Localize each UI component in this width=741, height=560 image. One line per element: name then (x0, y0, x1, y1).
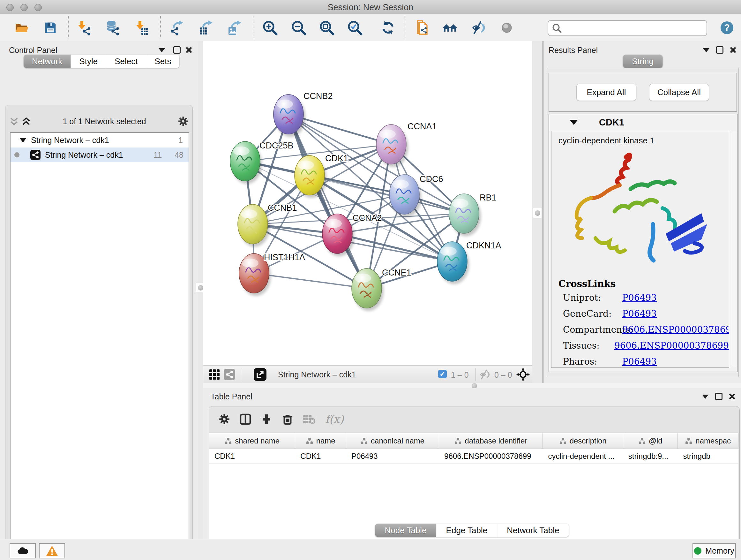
open-session-button[interactable] (13, 19, 30, 36)
results-panel-menu-button[interactable] (703, 48, 710, 52)
crosslink-link[interactable]: 9606.ENSP00000378699 (622, 324, 729, 335)
network-node-CDKN1A[interactable] (437, 242, 469, 284)
network-node-CCNA2[interactable] (322, 214, 354, 256)
column-header-description[interactable]: description (543, 433, 623, 449)
warning-icon (46, 545, 58, 557)
birdseye-grid-icon[interactable] (209, 369, 220, 380)
expand-all-button[interactable]: Expand All (576, 84, 636, 101)
table-cell[interactable]: stringdb (678, 449, 738, 463)
table-cell[interactable]: cyclin-dependent ... (543, 449, 623, 463)
column-header-name[interactable]: name (295, 433, 346, 449)
show-graphics-details-button[interactable] (442, 19, 458, 36)
network-node-CDK1[interactable] (294, 155, 327, 198)
show-columns-icon[interactable] (240, 414, 251, 425)
protein-collapse-arrow[interactable] (569, 120, 578, 125)
import-network-from-file-button[interactable] (75, 19, 92, 36)
help-button[interactable]: ? (719, 19, 735, 36)
control-panel-menu-button[interactable] (158, 48, 165, 52)
control-panel-title: Control Panel (9, 46, 57, 55)
column-header-shared-name[interactable]: shared name (209, 433, 295, 449)
table-cell[interactable]: CDK1 (295, 449, 346, 463)
zoom-selected-button[interactable] (347, 19, 363, 36)
table-row[interactable]: CDK1CDK1P064939606.ENSP00000378699cyclin… (209, 449, 738, 463)
network-collection-row[interactable]: String Network – cdk1 1 (10, 133, 189, 147)
network-node-CCNB2[interactable] (273, 95, 306, 137)
network-canvas[interactable]: CCNB2CCNA1CDC25BCDK1CDC6RB1CCNB1CCNA2CDK… (203, 41, 533, 365)
tab-style[interactable]: Style (71, 55, 106, 68)
left-splitter[interactable] (198, 41, 203, 539)
export-image-button[interactable] (226, 19, 243, 36)
application-window: Session: New Session (0, 0, 741, 560)
open-protocols-button[interactable] (414, 19, 431, 36)
delete-column-trash-icon[interactable] (282, 414, 293, 425)
export-table-button[interactable] (198, 19, 214, 36)
protein-section-header[interactable]: CDK1 (549, 114, 737, 130)
network-node-CCNE1[interactable] (352, 268, 384, 311)
network-options-gear-icon[interactable] (178, 116, 189, 127)
apply-layout-button[interactable] (380, 19, 396, 36)
column-header-namespac[interactable]: namespac (678, 433, 738, 449)
network-row[interactable]: String Network – cdk1 11 48 (10, 147, 189, 162)
crosslink-link[interactable]: P06493 (622, 293, 657, 303)
crosslink-link[interactable]: P06493 (622, 356, 657, 367)
table-cell[interactable]: P06493 (346, 449, 439, 463)
string-panel-toggle-icon[interactable] (224, 369, 235, 380)
network-node-CCNB1[interactable] (238, 204, 270, 247)
save-session-button[interactable] (42, 19, 59, 36)
table-options-gear-icon[interactable] (219, 414, 230, 425)
crosslink-link[interactable]: 9606.ENSP00000378699 (614, 340, 729, 351)
pan-crosshair-icon[interactable] (516, 368, 530, 381)
collapse-all-icon[interactable] (9, 117, 19, 126)
collection-expand-arrow[interactable] (19, 138, 26, 142)
tab-network-table[interactable]: Network Table (497, 523, 569, 537)
results-panel-close-button[interactable] (730, 47, 736, 53)
zoom-out-button[interactable] (290, 19, 307, 36)
table-panel-float-button[interactable] (715, 393, 723, 400)
fit-content-button[interactable] (319, 19, 335, 36)
protein-scrollbar[interactable] (731, 131, 736, 367)
import-table-from-file-button[interactable] (133, 19, 150, 36)
table-panel-close-button[interactable] (729, 393, 735, 399)
tab-network[interactable]: Network (23, 55, 71, 68)
column-header-canonical-name[interactable]: canonical name (346, 433, 439, 449)
tab-edge-table[interactable]: Edge Table (436, 523, 497, 537)
control-panel-float-button[interactable] (173, 46, 181, 54)
control-panel-close-button[interactable] (186, 47, 192, 53)
export-network-button[interactable] (169, 19, 186, 36)
import-network-from-database-button[interactable] (104, 19, 121, 36)
tab-string[interactable]: String (623, 55, 663, 68)
tab-sets[interactable]: Sets (146, 55, 179, 68)
table-cell[interactable]: CDK1 (209, 449, 295, 463)
tab-select[interactable]: Select (106, 55, 146, 68)
horizontal-splitter-grip[interactable] (472, 383, 477, 388)
birdseye-view-button[interactable] (498, 19, 515, 36)
collapse-all-button[interactable]: Collapse All (649, 84, 709, 101)
results-panel-float-button[interactable] (716, 46, 724, 54)
table-cell[interactable]: 9606.ENSP00000378699 (439, 449, 543, 463)
search-input[interactable] (564, 23, 706, 33)
warning-status-button[interactable] (39, 543, 65, 558)
network-node-RB1[interactable] (449, 194, 481, 236)
open-network-in-window-button[interactable] (254, 368, 266, 381)
hidden-eye-slash-icon[interactable] (480, 369, 491, 380)
selected-checkbox[interactable]: ✓ (438, 370, 447, 378)
right-splitter-grip[interactable] (533, 208, 542, 218)
tab-node-table[interactable]: Node Table (375, 523, 436, 537)
column-header-@id[interactable]: @id (623, 433, 678, 449)
zoom-in-button[interactable] (262, 19, 278, 36)
table-cell[interactable]: stringdb:9... (623, 449, 678, 463)
zoom-out-icon (291, 20, 307, 36)
memory-button[interactable]: Memory (692, 543, 736, 558)
add-column-icon[interactable] (261, 414, 272, 425)
expand-all-icon[interactable] (21, 117, 31, 126)
search-box[interactable] (548, 20, 707, 36)
cloud-status-button[interactable] (10, 543, 36, 558)
table-panel-menu-button[interactable] (702, 395, 709, 399)
network-tab-content: 1 of 1 Network selected String Network –… (5, 105, 193, 560)
horizontal-splitter[interactable] (203, 383, 741, 388)
crosslink-link[interactable]: P06493 (622, 308, 657, 319)
network-node-CDC6[interactable] (389, 175, 421, 217)
hide-selected-button[interactable] (471, 19, 488, 36)
column-header-database-identifier[interactable]: database identifier (439, 433, 543, 449)
right-splitter[interactable] (532, 41, 542, 384)
